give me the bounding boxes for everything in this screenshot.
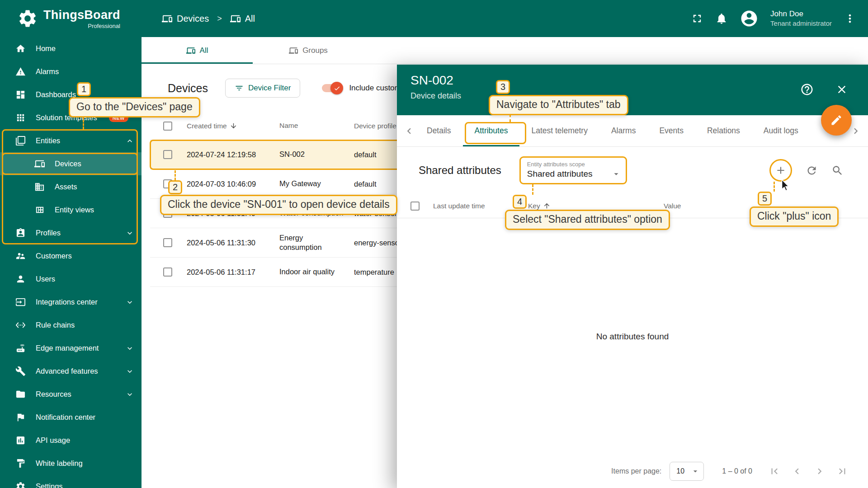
notification-icon (15, 412, 26, 422)
breadcrumb-all[interactable]: All (230, 14, 255, 24)
scope-label: Entity attributes scope (527, 161, 621, 168)
avatar[interactable] (740, 9, 759, 28)
thingsboard-logo[interactable]: ThingsBoard Professional (0, 8, 142, 29)
logo-subtitle: Professional (43, 23, 120, 29)
panel-header: SN-002 Device details (397, 65, 868, 115)
pagination-range: 1 – 0 of 0 (722, 467, 752, 475)
sidebar-item-integrations-center[interactable]: Integrations center (0, 291, 142, 314)
sidebar-item-resources[interactable]: Resources (0, 383, 142, 406)
more-menu-icon[interactable] (844, 12, 856, 25)
assets-icon (34, 182, 45, 192)
row-checkbox[interactable] (163, 150, 172, 159)
annotation-callout-3: Navigate to "Attributes" tab (489, 95, 628, 115)
pagination: Items per page: 10 1 – 0 of 0 (397, 455, 868, 488)
panel-tab-events[interactable]: Events (647, 115, 695, 146)
toggle-track (322, 84, 342, 92)
sidebar-item-label: Customers (36, 252, 72, 260)
device-filter-button[interactable]: Device Filter (225, 79, 300, 98)
sidebar-item-edge-management[interactable]: Edge management (0, 337, 142, 360)
settings-icon (15, 481, 26, 488)
previous-page-icon[interactable] (791, 465, 803, 477)
filter-icon (235, 84, 244, 93)
row-checkbox[interactable] (163, 238, 172, 247)
sidebar-item-profiles[interactable]: Profiles (0, 221, 142, 244)
panel-tab-details[interactable]: Details (415, 115, 463, 146)
column-key[interactable]: Key (528, 202, 664, 210)
advanced-icon (15, 366, 26, 376)
fullscreen-icon[interactable] (691, 12, 703, 25)
tabs-scroll-right-icon[interactable] (850, 125, 862, 137)
device-details-panel: SN-002 Device details DetailsAttributesL… (397, 65, 868, 488)
chevron-down-icon (125, 344, 134, 353)
sidebar-item-api-usage[interactable]: API usage (0, 429, 142, 452)
panel-tab-audit-logs[interactable]: Audit logs (752, 115, 810, 146)
sidebar-item-entities[interactable]: Entities (0, 129, 142, 152)
sidebar-item-rule-chains[interactable]: Rule chains (0, 314, 142, 337)
sidebar-item-label: Entity views (55, 206, 94, 214)
sidebar-item-customers[interactable]: Customers (0, 244, 142, 267)
sidebar-item-label: Edge management (36, 344, 99, 352)
sidebar-item-entity-views[interactable]: Entity views (0, 198, 142, 221)
items-per-page-value: 10 (676, 467, 684, 475)
plus-icon[interactable] (775, 164, 787, 176)
chevron-down-icon (125, 390, 134, 399)
column-created-time[interactable]: Created time (187, 122, 279, 130)
sidebar-item-label: Profiles (36, 229, 61, 237)
edit-fab-button[interactable] (821, 105, 852, 136)
tab-groups-label: Groups (302, 46, 328, 55)
edge-icon (15, 343, 26, 353)
toggle-knob (330, 82, 343, 94)
sidebar-item-settings[interactable]: Settings (0, 475, 142, 488)
items-per-page-select[interactable]: 10 (670, 462, 704, 481)
last-page-icon[interactable] (836, 465, 848, 477)
row-checkbox[interactable] (163, 267, 172, 277)
sidebar-item-label: Users (36, 275, 55, 283)
select-all-attributes-checkbox[interactable] (410, 202, 420, 211)
devices-icon (34, 159, 45, 169)
notifications-bell-icon[interactable] (715, 12, 728, 25)
tab-groups[interactable]: Groups (253, 37, 364, 64)
panel-tab-latest-telemetry[interactable]: Latest telemetry (519, 115, 599, 146)
column-name[interactable]: Name (279, 121, 354, 130)
next-page-icon[interactable] (814, 465, 826, 477)
sidebar-item-white-labeling[interactable]: White labeling (0, 452, 142, 475)
user-info[interactable]: John Doe Tenant administrator (770, 9, 832, 28)
sidebar-item-home[interactable]: Home (0, 37, 142, 60)
device-subtitle: Device details (410, 91, 868, 101)
first-page-icon[interactable] (769, 465, 780, 477)
sidebar-item-alarms[interactable]: Alarms (0, 60, 142, 83)
tab-all[interactable]: All (142, 37, 253, 64)
sidebar-item-label: Resources (36, 390, 71, 399)
api-icon (15, 435, 26, 446)
breadcrumb: Devices > All (162, 14, 255, 24)
tabs-scroll-left-icon[interactable] (403, 125, 415, 137)
panel-tab-attributes[interactable]: Attributes (463, 115, 520, 146)
app-header: ThingsBoard Professional Devices > All J… (0, 0, 868, 37)
refresh-icon[interactable] (806, 164, 818, 177)
select-all-checkbox[interactable] (163, 122, 172, 131)
sidebar-item-devices[interactable]: Devices (0, 152, 142, 175)
sidebar-item-notification-center[interactable]: Notification center (0, 406, 142, 429)
customers-icon (15, 251, 26, 261)
sidebar-item-users[interactable]: Users (0, 267, 142, 291)
panel-tab-alarms[interactable]: Alarms (599, 115, 647, 146)
sidebar-item-label: Home (36, 44, 56, 53)
scope-value: Shared attributes (527, 169, 593, 179)
close-icon[interactable] (835, 83, 848, 96)
breadcrumb-devices[interactable]: Devices (162, 14, 209, 24)
sidebar-item-advanced-features[interactable]: Advanced features (0, 360, 142, 383)
alarm-icon (15, 66, 26, 77)
white-label-icon (15, 458, 26, 469)
help-icon[interactable] (800, 83, 814, 96)
breadcrumb-separator: > (217, 14, 222, 23)
search-icon[interactable] (831, 164, 844, 177)
breadcrumb-all-label: All (245, 14, 255, 24)
annotation-connector-1 (83, 117, 84, 129)
attributes-scope-select[interactable]: Entity attributes scope Shared attribute… (519, 156, 627, 184)
sidebar-item-assets[interactable]: Assets (0, 175, 142, 198)
annotation-connector-4 (532, 184, 533, 195)
panel-tab-relations[interactable]: Relations (695, 115, 752, 146)
header-actions: John Doe Tenant administrator (691, 9, 868, 28)
entities-icon (15, 136, 26, 146)
rule-chains-icon (15, 320, 26, 330)
